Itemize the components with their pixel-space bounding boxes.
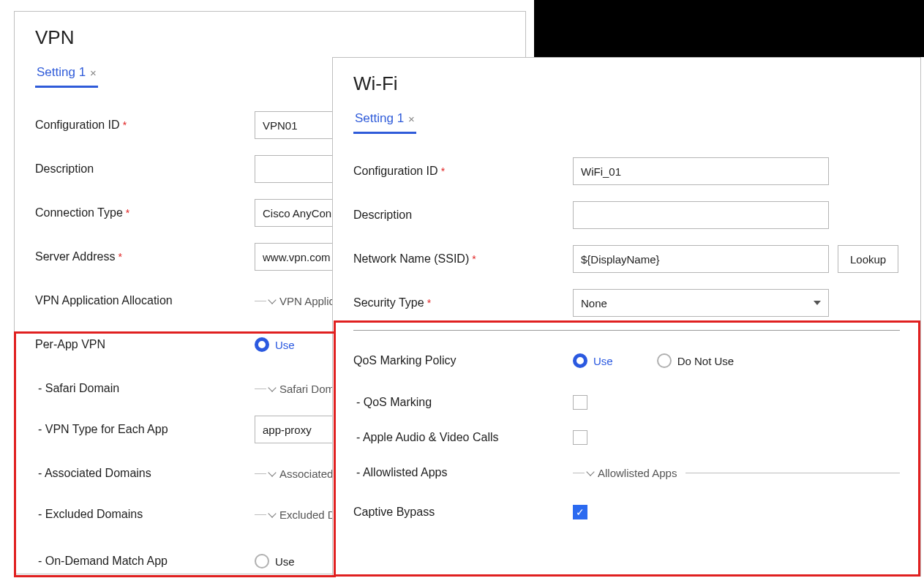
vpn-safari-domain-label: - Safari Domain bbox=[35, 382, 255, 395]
wifi-qos-marking-checkbox[interactable] bbox=[573, 395, 587, 410]
wifi-config-id-input[interactable] bbox=[573, 157, 829, 185]
chevron-down-icon bbox=[814, 301, 821, 305]
vpn-associated-domains-label: - Associated Domains bbox=[35, 467, 255, 480]
wifi-allowlisted-apps-label: - Allowlisted Apps bbox=[353, 466, 573, 479]
wifi-apple-av-checkbox[interactable] bbox=[573, 430, 587, 445]
vpn-on-demand-match-label: - On-Demand Match App bbox=[35, 555, 255, 568]
wifi-ssid-label: Network Name (SSID)* bbox=[353, 252, 573, 266]
vpn-on-demand-match-use-radio[interactable]: Use bbox=[255, 554, 295, 568]
black-background-strip bbox=[534, 0, 924, 57]
wifi-ssid-input[interactable] bbox=[573, 245, 829, 273]
wifi-security-type-select[interactable]: None bbox=[573, 289, 829, 317]
lookup-button[interactable]: Lookup bbox=[838, 245, 898, 273]
wifi-security-type-label: Security Type* bbox=[353, 296, 573, 309]
vpn-description-label: Description bbox=[35, 162, 255, 176]
wifi-description-label: Description bbox=[353, 209, 573, 222]
vpn-tab-label: Setting 1 bbox=[37, 65, 86, 80]
wifi-allowlisted-apps-section[interactable]: Allowlisted Apps bbox=[573, 467, 900, 479]
wifi-captive-bypass-checkbox[interactable]: ✓ bbox=[573, 505, 587, 519]
wifi-config-id-label: Configuration ID* bbox=[353, 165, 573, 178]
close-icon[interactable]: × bbox=[408, 113, 415, 125]
divider bbox=[353, 330, 900, 331]
wifi-description-input[interactable] bbox=[573, 201, 829, 229]
vpn-per-app-vpn-label: Per-App VPN bbox=[35, 338, 255, 351]
wifi-captive-bypass-label: Captive Bypass bbox=[353, 506, 573, 519]
vpn-app-allocation-label: VPN Application Allocation bbox=[35, 294, 255, 307]
wifi-panel: Wi-Fi Setting 1 × Configuration ID* Desc… bbox=[332, 57, 921, 577]
chevron-down-icon bbox=[268, 509, 276, 517]
vpn-type-each-app-label: - VPN Type for Each App bbox=[35, 423, 255, 436]
vpn-title: VPN bbox=[35, 26, 505, 49]
vpn-tab-setting-1[interactable]: Setting 1 × bbox=[35, 65, 98, 88]
wifi-qos-marking-label: - QoS Marking bbox=[353, 396, 573, 409]
vpn-excluded-domains-label: - Excluded Domains bbox=[35, 508, 255, 521]
chevron-down-icon bbox=[268, 296, 276, 304]
vpn-server-address-label: Server Address* bbox=[35, 250, 255, 263]
wifi-tab-setting-1[interactable]: Setting 1 × bbox=[353, 111, 416, 134]
vpn-config-id-label: Configuration ID* bbox=[35, 119, 255, 132]
wifi-apple-av-label: - Apple Audio & Video Calls bbox=[353, 431, 573, 444]
chevron-down-icon bbox=[586, 468, 594, 476]
vpn-connection-type-label: Connection Type* bbox=[35, 206, 255, 219]
wifi-qos-do-not-use-radio[interactable]: Do Not Use bbox=[657, 353, 735, 368]
vpn-per-app-vpn-use-radio[interactable]: Use bbox=[255, 337, 295, 352]
chevron-down-icon bbox=[268, 468, 276, 476]
wifi-tab-strip: Setting 1 × bbox=[353, 111, 900, 135]
chevron-down-icon bbox=[268, 383, 276, 391]
wifi-qos-use-radio[interactable]: Use bbox=[573, 353, 613, 368]
close-icon[interactable]: × bbox=[90, 67, 97, 79]
wifi-qos-policy-label: QoS Marking Policy bbox=[353, 354, 573, 367]
wifi-tab-label: Setting 1 bbox=[355, 111, 404, 126]
wifi-title: Wi-Fi bbox=[353, 72, 900, 95]
